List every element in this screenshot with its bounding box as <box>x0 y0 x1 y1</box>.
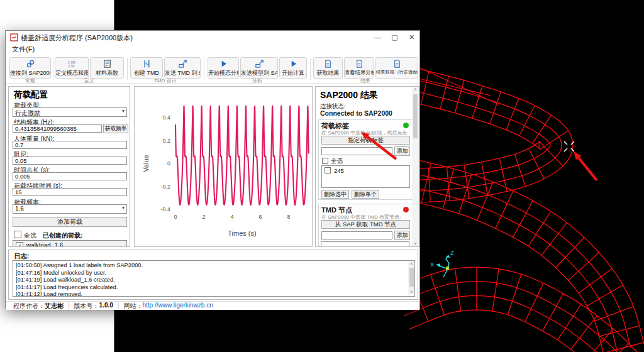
assign-load-label-button[interactable]: 指定荷载标签 <box>321 136 410 145</box>
add-tmd-button[interactable]: 添加 <box>394 231 410 240</box>
log-line: [01:41:17] Load frequencies calculated. <box>16 284 412 292</box>
load-label-input[interactable] <box>321 147 392 155</box>
label-item-text: 245 <box>334 167 344 174</box>
delete-selected-button[interactable]: 删除选中 <box>321 190 349 199</box>
load-freq-select[interactable]: 1.6 ▾ <box>13 204 127 214</box>
close-button[interactable]: ✕ <box>403 31 420 43</box>
scroll-down-icon[interactable]: ˅ <box>412 241 419 246</box>
checkbox-unchecked[interactable] <box>325 167 331 173</box>
select-all-checkbox[interactable] <box>322 158 328 164</box>
maximize-button[interactable]: ▢ <box>386 31 403 43</box>
minimize-button[interactable]: — <box>369 31 386 43</box>
scroll-up-icon[interactable]: ˄ <box>408 261 414 266</box>
get-results-button[interactable]: 获取结果 <box>313 57 343 79</box>
send-model-button[interactable]: 发送模型到 SAP <box>240 57 278 79</box>
author-value: 艾志彬 <box>45 302 64 309</box>
toolbar-button-label: 查看结果分析 <box>345 69 374 76</box>
start-modal-analysis-button[interactable]: 开始模态分析 <box>208 57 239 79</box>
log-scrollbar[interactable]: ˄ ˅ <box>408 261 414 295</box>
log-panel: 日志: [01:50:50] Assigned 1 load labels fr… <box>8 250 418 300</box>
delete-single-button[interactable]: 删除单个 <box>352 190 379 199</box>
site-label: 网站： <box>123 302 142 309</box>
log-line: [01:41:19] Load walkload_1.6 created. <box>16 277 412 284</box>
select-all-checkbox[interactable] <box>14 231 21 238</box>
define-modal-mass-button[interactable]: 1.0D1.3L 定义模态和质量 <box>55 57 89 79</box>
add-load-button[interactable]: 添加荷载 <box>13 217 127 227</box>
check-results-button[interactable]: 结果校核（行走激励） <box>375 57 418 79</box>
panel-scrollbar[interactable]: ˄ ˅ <box>412 87 419 246</box>
material-icon <box>91 59 123 69</box>
damping-input[interactable]: 0.05 <box>13 157 127 165</box>
toolbar-button-label: 发送模型到 SAP <box>241 69 277 77</box>
material-factor-button[interactable]: 材料系数 <box>90 57 124 79</box>
connect-sap2000-button[interactable]: 连接到 SAP2000 <box>9 57 51 79</box>
document-icon <box>314 59 342 69</box>
weight-input[interactable]: 0.7 <box>13 141 127 149</box>
checkbox-checked[interactable]: ✓ <box>16 242 23 247</box>
create-tmd-button[interactable]: 创建 TMD <box>130 57 163 79</box>
start-calc-button[interactable]: 开始计算 <box>279 57 307 79</box>
toolbar-group-label: 分析 <box>252 77 262 84</box>
toolbar-button-label: 获取结果 <box>314 69 342 77</box>
damper-icon <box>131 59 162 69</box>
screen: XZ 楼盖舒适度分析程序 (SAP2000版本) — ▢ ✕ 文件(F) 连接到 <box>0 0 644 352</box>
select-all-label: 全选 <box>24 231 36 240</box>
separator: | <box>68 302 70 309</box>
load-config-panel: 荷载配置 荷载类型: 行走激励 ▾ 结构频率 (Hz): 0.431358410… <box>8 86 130 247</box>
load-list-item[interactable]: ✓ walkload_1.6 <box>13 241 126 247</box>
play-icon <box>280 59 306 69</box>
toolbar-button-label: 发送 TMD 到 SAP <box>165 69 200 77</box>
log-title: 日志: <box>14 252 30 261</box>
list-item[interactable]: 245 <box>322 166 409 176</box>
freq-input[interactable]: 0.43135841099560385 <box>13 124 102 133</box>
toolbar-group-label: 定义 <box>84 77 94 84</box>
svg-text:0.4: 0.4 <box>162 114 170 121</box>
toolbar-button-label: 开始计算 <box>280 69 306 77</box>
add-label-button[interactable]: 添加 <box>394 146 410 156</box>
send-icon <box>241 59 277 69</box>
svg-text:-0.4: -0.4 <box>160 206 170 212</box>
document-icon <box>376 59 418 69</box>
timestep-input[interactable]: 0.005 <box>13 172 127 180</box>
load-name: walkload_1.6 <box>26 242 63 247</box>
toolbar-separator <box>53 58 53 80</box>
svg-text:Times (s): Times (s) <box>228 229 256 237</box>
scroll-down-icon[interactable]: ˅ <box>408 290 414 294</box>
menu-file[interactable]: 文件(F) <box>12 45 35 54</box>
load-freq-value: 1.6 <box>15 206 24 212</box>
toolbar-button-label: 结果校核（行走激励） <box>376 69 418 75</box>
svg-text:0.2: 0.2 <box>162 138 170 144</box>
get-tmd-nodes-button[interactable]: 从 SAP 获取 TMD 节点 <box>321 220 410 229</box>
created-loads-label: 已创建的荷载: <box>43 231 82 240</box>
log-line: [01:47:16] Model unlocked by user. <box>16 270 412 277</box>
sap-results-panel: SAP2000 结果 连接状态: Connected to SAP2000 荷载… <box>315 86 419 247</box>
created-loads-list[interactable]: ✓ walkload_1.6 <box>13 240 127 247</box>
load-label-group: 荷载标签 在 SAP2000 中选择点/区域，然后点击: 指定荷载标签 添加 全… <box>318 119 413 200</box>
duration-input[interactable]: 15 <box>13 188 127 196</box>
view-results-button[interactable]: 查看结果分析 <box>344 57 374 79</box>
conn-status-value: Connected to SAP2000 <box>320 109 392 117</box>
log-line: [01:41:12] Load removed. <box>16 291 412 297</box>
scrollbar-thumb[interactable] <box>409 268 414 287</box>
log-list[interactable]: [01:50:50] Assigned 1 load labels from S… <box>13 260 415 297</box>
svg-text:1.0D: 1.0D <box>67 60 75 64</box>
load-type-select[interactable]: 行走激励 ▾ <box>13 107 127 117</box>
load-type-value: 行走激励 <box>15 109 40 116</box>
load-labels-list[interactable]: 245 <box>321 165 410 188</box>
scrollbar-thumb[interactable] <box>413 94 418 138</box>
scroll-up-icon[interactable]: ˄ <box>412 87 419 92</box>
svg-text:X: X <box>430 261 434 268</box>
svg-text:0: 0 <box>167 160 170 167</box>
send-icon <box>165 59 200 69</box>
panel-title: 荷载配置 <box>14 89 48 101</box>
tmd-node-input[interactable] <box>321 231 392 239</box>
tmd-nodes-list[interactable] <box>321 241 409 247</box>
play-icon <box>208 59 238 69</box>
send-tmd-button[interactable]: 发送 TMD 到 SAP <box>164 57 201 79</box>
get-freq-button[interactable]: 获取频率 <box>103 124 128 133</box>
website-link[interactable]: http://www.tigerkinwzb.cn <box>142 302 213 309</box>
toolbar-group-label: 结果 <box>360 77 370 84</box>
title-bar[interactable]: 楼盖舒适度分析程序 (SAP2000版本) — ▢ ✕ <box>6 31 419 43</box>
version-label: 版本号： <box>74 302 99 309</box>
app-window: 楼盖舒适度分析程序 (SAP2000版本) — ▢ ✕ 文件(F) 连接到 SA… <box>5 30 420 309</box>
